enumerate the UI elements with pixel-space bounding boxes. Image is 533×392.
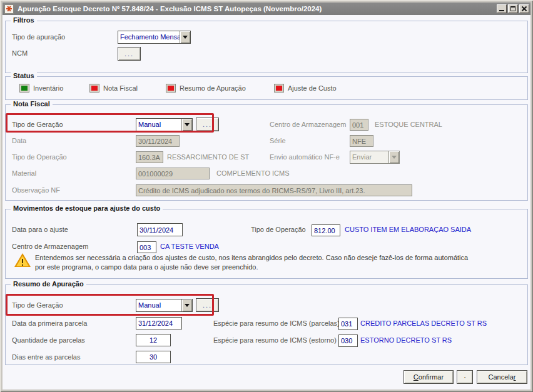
maximize-icon [510,6,515,11]
tipo-operacao-nf-label: Tipo de Operação [12,153,67,161]
especie-parcelas-label: Espécie para resumo de ICMS (parcelas) [213,319,340,327]
filtros-group-title: Filtros [11,16,37,24]
data-nf-label: Data [12,137,26,144]
tipo-operacao-mov-label: Tipo de Operação [251,226,306,233]
warning-text-line2: por este programa, o campo data para o a… [35,263,258,272]
chevron-down-icon [180,31,190,43]
dot-button[interactable]: · [457,370,473,384]
tipo-operacao-mov-desc: CUSTO ITEM EM ELABORAÇAO SAIDA [345,226,471,233]
tipo-apuracao-value: Fechamento Mensal [118,31,180,43]
centro-armazenagem-nf-desc: ESTOQUE CENTRAL [375,121,442,128]
status-square-nota-fiscal [89,84,99,93]
close-button[interactable] [519,4,529,13]
especie-parcelas-desc: CREDITO PARCELAS DECRETO ST RS [360,319,487,327]
status-label-nota-fiscal: Nota Fiscal [103,84,138,92]
data-nf-field [136,135,180,147]
status-label-inventario: Inventário [33,84,63,92]
serie-label: Série [270,137,286,144]
movimentos-group-title: Movimentos de estoque para ajuste do cus… [11,204,163,212]
observacao-nf-label: Observação NF [12,186,60,194]
ncm-browse-button[interactable]: ... [118,47,141,61]
confirm-button-accel: C [414,373,419,381]
envio-automatico-select: Enviar [350,151,400,164]
especie-estorno-label: Espécie para resumo de ICMS (estorno) [213,336,337,344]
confirm-button-rest: onfirmar [419,373,444,381]
serie-field [350,135,373,147]
material-code [136,168,210,179]
envio-automatico-value: Enviar [350,151,388,163]
data-ajuste-label: Data para o ajuste [12,226,68,233]
status-label-resumo: Resumo de Apuração [180,84,246,92]
tipo-operacao-nf-desc: RESSARCIMENTO DE ST [167,153,249,161]
status-square-inventario [19,84,29,93]
warning-icon [14,253,31,268]
app-icon [4,4,14,14]
status-square-resumo [166,84,176,93]
tipo-operacao-mov-code[interactable] [312,224,340,236]
annotation-highlight-resumo [6,294,214,316]
window-controls [495,4,529,13]
centro-armazenagem-nf-code [350,119,368,131]
cancel-button[interactable]: Cancelar [477,370,527,384]
filtros-group: Filtros Tipo de apuração Fechamento Mens… [5,21,528,73]
dias-parcelas-field[interactable] [136,351,171,363]
centro-armazenagem-mov-desc: CA TESTE VENDA [160,243,219,250]
cancel-button-accel: r [514,373,516,381]
data-ajuste-field[interactable] [137,223,183,236]
resumo-group-title: Resumo de Apuração [11,280,86,288]
annotation-highlight-nota-fiscal [6,113,214,133]
minimize-button[interactable] [497,4,507,13]
status-group: Status Inventário Nota Fiscal Resumo de … [5,76,528,100]
window-title: Apuração Estoque Decreto Nº 57.848/24 - … [18,5,495,13]
envio-automatico-label: Envio automático NF-e [270,153,340,161]
status-label-ajuste: Ajuste de Custo [288,84,337,92]
dias-parcelas-label: Dias entre as parcelas [12,353,80,361]
centro-armazenagem-mov-code[interactable] [137,241,156,253]
observacao-nf-field [136,184,412,196]
cancel-button-pre: Cancela [488,373,513,381]
qtd-parcelas-label: Quantidade de parcelas [12,336,85,344]
dialog-window: Apuração Estoque Decreto Nº 57.848/24 - … [0,0,533,392]
confirm-button[interactable]: Confirmar [404,370,454,384]
warning-text-line1: Entendemos ser necessária a criação dos … [35,253,468,263]
material-label: Material [12,169,36,177]
data-parcela-field[interactable] [136,317,182,329]
tipo-apuracao-label: Tipo de apuração [12,33,65,41]
nota-fiscal-group-title: Nota Fiscal [11,100,53,108]
status-group-title: Status [11,72,37,79]
status-square-ajuste [274,84,284,93]
data-parcela-label: Data da primeira parcela [12,319,87,327]
especie-parcelas-code[interactable] [338,318,358,330]
chevron-down-icon [388,151,399,163]
qtd-parcelas-field[interactable] [136,334,171,346]
minimize-icon [499,10,504,11]
especie-estorno-code[interactable] [338,334,358,347]
centro-armazenagem-mov-label: Centro de Armazenagem [12,243,88,250]
movimentos-group: Movimentos de estoque para ajuste do cus… [5,209,528,279]
material-desc: COMPLEMENTO ICMS [216,169,290,177]
tipo-operacao-nf-code [136,151,163,163]
especie-estorno-desc: ESTORNO DECRETO ST RS [360,336,452,344]
title-bar: Apuração Estoque Decreto Nº 57.848/24 - … [3,3,530,15]
tipo-apuracao-select[interactable]: Fechamento Mensal [118,31,191,44]
centro-armazenagem-nf-label: Centro de Armazenagem [270,121,346,128]
maximize-button[interactable] [508,4,518,13]
ncm-label: NCM [12,49,28,57]
